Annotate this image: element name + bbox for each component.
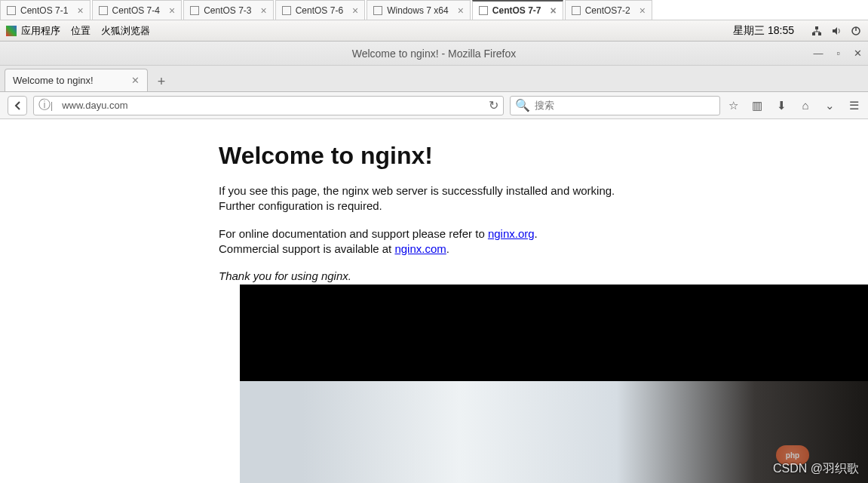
volume-icon[interactable] — [830, 25, 842, 37]
vm-tab-active[interactable]: CentOS 7-7× — [472, 0, 563, 20]
vm-tab-label: CentOS 7-1 — [20, 5, 68, 16]
menu-firefox[interactable]: 火狐浏览器 — [101, 24, 150, 38]
close-icon[interactable]: × — [261, 5, 267, 17]
close-icon[interactable]: × — [77, 5, 83, 17]
vm-icon — [7, 6, 16, 15]
vm-tab-label: CentOS7-2 — [585, 5, 630, 16]
close-icon[interactable]: × — [352, 5, 358, 17]
vm-icon — [572, 6, 581, 15]
gnome-top-bar: 应用程序 位置 火狐浏览器 星期三 18:55 — [0, 20, 868, 42]
svg-rect-2 — [818, 32, 821, 35]
firefox-tab[interactable]: Welcome to nginx! ✕ — [5, 69, 148, 91]
menu-icon[interactable]: ☰ — [847, 99, 860, 112]
vm-tab-label: CentOS 7-7 — [492, 5, 541, 16]
vm-tab-label: CentOS 7-4 — [112, 5, 160, 16]
library-icon[interactable]: ▥ — [750, 99, 764, 112]
activities-icon[interactable] — [6, 26, 17, 36]
vm-icon — [373, 6, 382, 15]
clock[interactable]: 星期三 18:55 — [733, 24, 794, 38]
menu-places[interactable]: 位置 — [71, 24, 90, 38]
search-bar[interactable]: 🔍 — [510, 96, 720, 115]
vm-icon — [282, 6, 291, 15]
firefox-tab-bar: Welcome to nginx! ✕ + — [0, 66, 868, 92]
link-nginx-org[interactable]: nginx.org — [488, 227, 535, 240]
maximize-button[interactable]: ▫ — [836, 48, 840, 59]
vm-icon — [99, 6, 108, 15]
network-icon[interactable] — [811, 25, 823, 37]
firefox-toolbar: ⓘ | ↻ 🔍 ☆ ▥ ⬇ ⌂ ⌄ ☰ — [0, 92, 868, 119]
search-input[interactable] — [535, 100, 715, 111]
menu-applications[interactable]: 应用程序 — [21, 24, 60, 38]
page-thanks: Thank you for using nginx. — [219, 269, 747, 284]
vm-tab-label: CentOS 7-6 — [296, 5, 343, 16]
watermark: CSDN @羽织歌 — [773, 461, 859, 477]
window-controls: — ▫ ✕ — [813, 48, 862, 59]
toolbar-icons: ☆ ▥ ⬇ ⌂ ⌄ ☰ — [726, 99, 860, 112]
close-icon[interactable]: ✕ — [131, 75, 140, 86]
firefox-tab-title: Welcome to nginx! — [13, 75, 94, 86]
url-bar[interactable]: ⓘ | ↻ — [33, 96, 504, 115]
close-icon[interactable]: × — [639, 5, 646, 17]
vm-tab[interactable]: CentOS 7-3× — [183, 0, 274, 20]
svg-rect-1 — [812, 32, 815, 35]
hero-image — [240, 285, 868, 483]
page-heading: Welcome to nginx! — [219, 142, 868, 170]
vm-tab[interactable]: CentOS7-2× — [565, 0, 652, 20]
close-icon[interactable]: × — [169, 5, 175, 17]
window-title: Welcome to nginx! - Mozilla Firefox — [352, 48, 517, 60]
minimize-button[interactable]: — — [813, 48, 823, 59]
close-icon[interactable]: × — [551, 5, 557, 17]
download-icon[interactable]: ⬇ — [774, 99, 788, 112]
new-tab-button[interactable]: + — [151, 72, 172, 91]
home-icon[interactable]: ⌂ — [799, 99, 812, 112]
url-input[interactable] — [62, 100, 489, 111]
page-paragraph: For online documentation and support ple… — [219, 226, 747, 257]
vm-tab[interactable]: CentOS 7-4× — [92, 0, 182, 20]
back-button[interactable] — [8, 96, 27, 115]
vm-tab-bar: CentOS 7-1× CentOS 7-4× CentOS 7-3× Cent… — [0, 0, 868, 20]
bookmark-star-icon[interactable]: ☆ — [726, 99, 740, 112]
search-icon: 🔍 — [515, 98, 530, 112]
vm-tab-label: Windows 7 x64 — [387, 5, 448, 16]
vm-tab[interactable]: CentOS 7-1× — [0, 0, 90, 20]
power-icon[interactable] — [850, 25, 862, 37]
svg-rect-0 — [815, 26, 818, 29]
pocket-icon[interactable]: ⌄ — [823, 99, 836, 112]
reload-icon[interactable]: ↻ — [489, 98, 498, 112]
vm-tab-label: CentOS 7-3 — [204, 5, 251, 16]
vm-tab[interactable]: CentOS 7-6× — [275, 0, 366, 20]
close-button[interactable]: ✕ — [854, 48, 862, 59]
firefox-titlebar: Welcome to nginx! - Mozilla Firefox — ▫ … — [0, 42, 868, 66]
page-paragraph: If you see this page, the nginx web serv… — [219, 183, 747, 214]
vm-icon — [190, 6, 199, 15]
vm-tab[interactable]: Windows 7 x64× — [367, 0, 471, 20]
page-content: Welcome to nginx! If you see this page, … — [0, 119, 868, 284]
vm-icon — [479, 6, 488, 15]
close-icon[interactable]: × — [458, 5, 464, 17]
link-nginx-com[interactable]: nginx.com — [394, 242, 446, 255]
site-info-icon[interactable]: ⓘ — [38, 97, 51, 113]
